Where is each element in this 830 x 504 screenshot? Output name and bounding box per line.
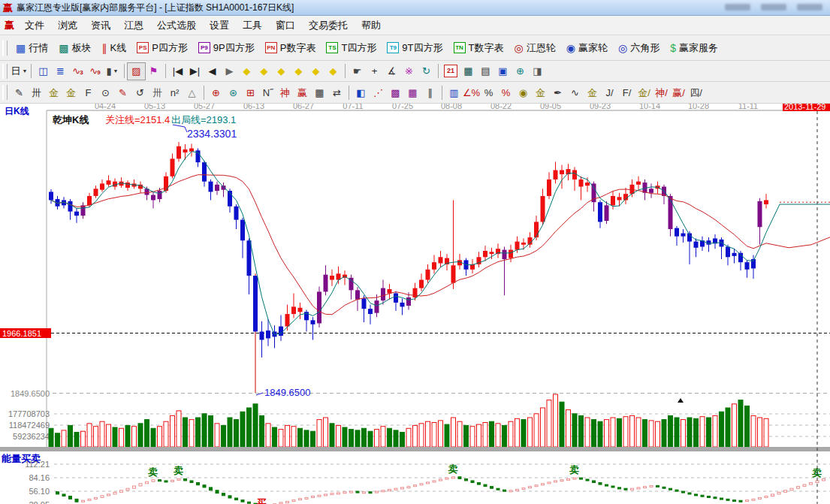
menu-trade-order[interactable]: 交易委托 bbox=[302, 17, 355, 33]
wave-3-button[interactable]: ∿3 bbox=[69, 63, 86, 80]
shen-grid-button[interactable]: 神 bbox=[276, 84, 294, 101]
ying-angle-button[interactable]: 赢/ bbox=[670, 84, 687, 101]
gann-grid-button[interactable]: 卅 bbox=[28, 84, 45, 101]
volume-chart-button[interactable]: ▥ bbox=[445, 84, 463, 101]
toolbar-grip[interactable] bbox=[2, 64, 8, 79]
f-grid-button[interactable]: F bbox=[80, 84, 97, 101]
gann-diamond-right-button[interactable]: ◆ bbox=[255, 63, 273, 80]
info-panel-button[interactable]: ≣ bbox=[52, 63, 69, 80]
menu-browse[interactable]: 浏览 bbox=[51, 17, 84, 33]
gold-line-2-button[interactable]: 金 bbox=[584, 84, 601, 101]
angle-percent-button[interactable]: ∠% bbox=[463, 84, 480, 101]
percent-line-button[interactable]: % bbox=[497, 84, 515, 101]
zoom-window-button[interactable]: ◫ bbox=[35, 63, 52, 80]
menu-news[interactable]: 资讯 bbox=[84, 17, 117, 33]
winner-service-button[interactable]: $赢家服务 bbox=[665, 39, 723, 57]
color-flag-button[interactable]: ⚑ bbox=[145, 63, 162, 80]
toolbar-grip[interactable] bbox=[2, 41, 8, 56]
playback-start-button[interactable]: |◀ bbox=[169, 63, 186, 80]
spider-web-button[interactable]: ⊛ bbox=[225, 84, 242, 101]
gann-diamond-left-button[interactable]: ◆ bbox=[238, 63, 255, 80]
percent-button[interactable]: % bbox=[480, 84, 497, 101]
calendar-21-button[interactable]: 21 bbox=[444, 65, 457, 77]
wave-a-button[interactable]: ∿ bbox=[566, 84, 584, 101]
t-square-button[interactable]: TST四方形 bbox=[321, 39, 382, 57]
snapshot-button[interactable]: ◨ bbox=[529, 63, 546, 80]
grid-lines-button[interactable]: 卅 bbox=[149, 84, 166, 101]
red-pen-button[interactable]: ✎ bbox=[114, 84, 131, 101]
shen-angle-button[interactable]: 神/ bbox=[653, 84, 670, 101]
gann-wheel-button[interactable]: ◎江恩轮 bbox=[509, 39, 560, 57]
gann-diamond-vertical-button[interactable]: ◆ bbox=[324, 63, 342, 80]
menu-file[interactable]: 文件 bbox=[18, 17, 51, 33]
blue-frame-button[interactable]: ◧ bbox=[352, 84, 370, 101]
menu-formula-stock-pick[interactable]: 公式选股 bbox=[150, 17, 203, 33]
k-double-button[interactable]: Ν˝ bbox=[259, 84, 276, 101]
gold-angle-button[interactable]: 金/ bbox=[635, 84, 653, 101]
circle-five-button[interactable]: ⊙ bbox=[97, 84, 114, 101]
gold-grid-2-button[interactable]: 金 bbox=[62, 84, 80, 101]
ink-pen-button[interactable]: ✒ bbox=[549, 84, 566, 101]
chart-area[interactable]: 04-2405-1305-2706-1306-2707-1107-2508-08… bbox=[0, 104, 830, 504]
nine-t-square-button[interactable]: T99T四方形 bbox=[382, 39, 448, 57]
triangle-ruler-button[interactable]: △ bbox=[183, 84, 201, 101]
menu-settings[interactable]: 设置 bbox=[203, 17, 236, 33]
purple-web-button[interactable]: ▦ bbox=[404, 84, 421, 101]
energy-mark bbox=[133, 486, 136, 488]
t-number-table-button[interactable]: TNT数字表 bbox=[448, 39, 509, 57]
hand-drag-button[interactable]: ☛ bbox=[349, 63, 366, 80]
draw-pen-button[interactable]: ✎ bbox=[11, 84, 28, 101]
notepad-button[interactable]: ▤ bbox=[477, 63, 494, 80]
angle-measure-button[interactable]: ∡ bbox=[383, 63, 400, 80]
playback-end-button[interactable]: ▶| bbox=[186, 63, 204, 80]
gann-flower-button[interactable]: ※ bbox=[400, 63, 418, 80]
hexagon-button[interactable]: ◎六角形 bbox=[613, 39, 665, 57]
winner-wheel-button[interactable]: ◉赢家轮 bbox=[561, 39, 613, 57]
nine-p-square-button[interactable]: P99P四方形 bbox=[193, 39, 260, 57]
si-angle-button[interactable]: 四/ bbox=[687, 84, 705, 101]
rotate-tool-button[interactable]: ↺ bbox=[131, 84, 149, 101]
chart-canvas[interactable]: 04-2405-1305-2706-1306-2707-1107-2508-08… bbox=[0, 104, 830, 504]
sectors-button[interactable]: ▩板块 bbox=[53, 39, 96, 57]
p-number-table-button[interactable]: PNP数字表 bbox=[260, 39, 321, 57]
step-back-button[interactable]: ◀ bbox=[204, 63, 221, 80]
pattern-tool-button[interactable]: ▨ bbox=[128, 63, 145, 80]
gold-circle-button[interactable]: ◉ bbox=[515, 84, 532, 101]
rays-tool-button[interactable]: ⋰ bbox=[370, 84, 387, 101]
f-angle-button[interactable]: F/ bbox=[618, 84, 635, 101]
calculator-button[interactable]: ▦ bbox=[460, 63, 477, 80]
step-forward-button[interactable]: ▶ bbox=[221, 63, 238, 80]
compass-circle-button[interactable]: ⊕ bbox=[207, 84, 225, 101]
market-quotes-button[interactable]: ▦行情 bbox=[11, 39, 53, 57]
n-squared-button[interactable]: n² bbox=[166, 84, 183, 101]
gann-diamond-cross-button[interactable]: ◆ bbox=[290, 63, 307, 80]
kline-button[interactable]: ∥K线 bbox=[96, 39, 131, 57]
gold-grid-1-button[interactable]: 金 bbox=[45, 84, 62, 101]
swap-arrows-button[interactable]: ⇄ bbox=[328, 84, 346, 101]
ying-grid-button[interactable]: 赢 bbox=[294, 84, 311, 101]
menu-gann[interactable]: 江恩 bbox=[117, 17, 150, 33]
volume-bar bbox=[189, 420, 194, 447]
period-day-dropdown[interactable]: 日▼ bbox=[11, 63, 28, 80]
number-grid-button[interactable]: ▦ bbox=[311, 84, 328, 101]
menu-help[interactable]: 帮助 bbox=[355, 17, 388, 33]
gann-diamond-star-button[interactable]: ◆ bbox=[307, 63, 324, 80]
toolbar-grip[interactable] bbox=[2, 85, 8, 100]
web-sync-button[interactable]: ⊕ bbox=[512, 63, 529, 80]
parallel-lines-button[interactable]: ∥ bbox=[421, 84, 439, 101]
web-grid-button[interactable]: ⊞ bbox=[242, 84, 259, 101]
candle-style-dropdown[interactable]: ▮▼ bbox=[104, 63, 121, 80]
toolbar-separator bbox=[349, 86, 349, 100]
j-angle-button[interactable]: J/ bbox=[601, 84, 618, 101]
menu-window[interactable]: 窗口 bbox=[269, 17, 302, 33]
menu-tools[interactable]: 工具 bbox=[236, 17, 269, 33]
p-square-button[interactable]: PSP四方形 bbox=[131, 39, 193, 57]
wave-9-button[interactable]: ∿9 bbox=[86, 63, 104, 80]
crosshair-button[interactable]: + bbox=[366, 63, 383, 80]
gold-line-button[interactable]: 金 bbox=[532, 84, 549, 101]
save-button[interactable]: ▣ bbox=[494, 63, 512, 80]
cycle-tool-button[interactable]: ↻ bbox=[418, 63, 435, 80]
energy-mark bbox=[701, 495, 704, 496]
purple-grid-button[interactable]: ▩ bbox=[387, 84, 404, 101]
gann-diamond-horizontal-button[interactable]: ◆ bbox=[273, 63, 290, 80]
